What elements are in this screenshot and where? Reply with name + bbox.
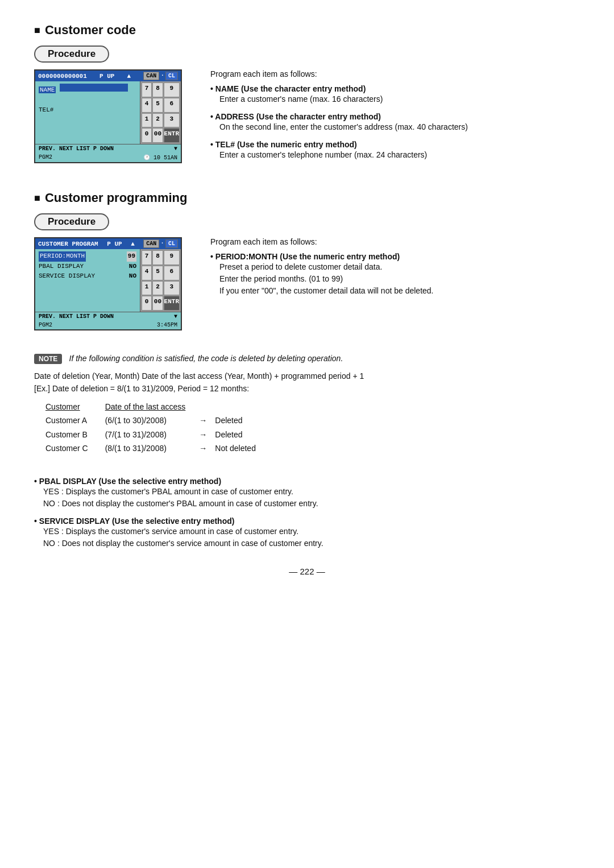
pbal-display-bullet: • PBAL DISPLAY (Use the selective entry … (34, 477, 580, 510)
table-row: Customer B (7/(1 to 31)/2008) → Deleted (45, 428, 262, 441)
num-8[interactable]: 8 (152, 82, 163, 97)
lcd-header-btns-2: CAN · CL (143, 239, 178, 248)
lcd-row-blank (39, 96, 136, 106)
num-7[interactable]: 7 (142, 82, 152, 97)
num-6[interactable]: 6 (164, 98, 180, 113)
lcd-period-val: 99 (127, 251, 136, 262)
table-header-row: Customer Date of the last access (45, 400, 262, 414)
col-header-arrow (191, 400, 215, 414)
lcd-numpad-1: 7 8 9 4 5 6 1 2 3 0 00 ENTR (140, 81, 181, 144)
bullet-name-desc: Enter a customer's name (max. 16 charact… (219, 93, 580, 105)
result-b: Deleted (215, 428, 262, 441)
customer-programming-section: Customer programming Procedure CUSTOMER … (34, 191, 580, 330)
lcd-screen-2: CUSTOMER PROGRAM P UP ▲ CAN · CL PERIOD:… (34, 237, 182, 330)
customer-programming-content: CUSTOMER PROGRAM P UP ▲ CAN · CL PERIOD:… (34, 237, 580, 330)
can-btn-1[interactable]: CAN (143, 72, 159, 80)
num2-8[interactable]: 8 (152, 250, 163, 265)
customer-a: Customer A (45, 414, 94, 427)
lcd-row-period: PERIOD:MONTH 99 (39, 251, 136, 262)
table-row: Customer C (8/(1 to 31)/2008) → Not dele… (45, 441, 262, 455)
lcd-service-label: SERVICE DISPLAY (39, 271, 95, 282)
lcd-name-value (60, 84, 128, 92)
cl-btn-2[interactable]: CL (165, 239, 178, 248)
num-3[interactable]: 3 (164, 113, 180, 128)
col-header-date: Date of the last access (94, 400, 192, 414)
note-header: NOTE If the following condition is satis… (34, 353, 580, 364)
customer-code-instructions: Program each item as follows: • NAME (Us… (210, 69, 580, 168)
pbal-display-section: • PBAL DISPLAY (Use the selective entry … (34, 477, 580, 549)
cl-btn-1[interactable]: CL (165, 72, 178, 80)
lcd-header-btns-1: CAN · CL (143, 72, 178, 80)
program-intro-1: Program each item as follows: (210, 69, 580, 78)
lcd-row-pbal: PBAL DISPLAY NO (39, 262, 136, 272)
num2-4[interactable]: 4 (142, 266, 152, 280)
num2-7[interactable]: 7 (142, 250, 152, 265)
lcd-row-name: NAME (39, 84, 136, 96)
table-row: Customer A (6/(1 to 30)/2008) → Deleted (45, 414, 262, 427)
bullet-period-title: • PERIOD:MONTH (Use the numeric entry me… (210, 252, 580, 261)
lcd-footer-nav-2: PREV. NEXT LIST P DOWN (39, 313, 114, 320)
service-no: NO : Does not display the customer's ser… (43, 538, 580, 549)
can-btn-2[interactable]: CAN (143, 239, 159, 248)
note-line-1: Date of deletion (Year, Month) Date of t… (34, 370, 580, 382)
access-table: Customer Date of the last access Custome… (45, 400, 580, 456)
lcd-footer-2: PREV. NEXT LIST P DOWN ▼ (35, 312, 181, 321)
num2-5[interactable]: 5 (152, 266, 163, 280)
bullet-tel-title: • TEL# (Use the numeric entry method) (210, 140, 580, 149)
bullet-address-desc: On the second line, enter the customer's… (219, 121, 580, 133)
num2-entr[interactable]: ENTR (164, 296, 180, 311)
note-badge: NOTE (34, 354, 62, 364)
lcd-header-arrow-1: ▲ (127, 73, 131, 80)
lcd-body-2: PERIOD:MONTH 99 PBAL DISPLAY NO SERVICE … (35, 249, 181, 312)
bullet-address-title: • ADDRESS (Use the character entry metho… (210, 112, 580, 121)
lcd-header-1: 0000000000001 P UP ▲ CAN · CL (35, 71, 181, 81)
lcd-time-2: 3:45PM (157, 322, 177, 328)
customer-code-title: Customer code (34, 23, 580, 38)
num-5[interactable]: 5 (152, 98, 163, 113)
num-4[interactable]: 4 (142, 98, 152, 113)
bullet-period: • PERIOD:MONTH (Use the numeric entry me… (210, 252, 580, 297)
num-00[interactable]: 00 (152, 128, 163, 143)
num2-0[interactable]: 0 (142, 296, 152, 311)
lcd-row-service: SERVICE DISPLAY NO (39, 271, 136, 282)
bullet-address: • ADDRESS (Use the character entry metho… (210, 112, 580, 133)
bullet-name-title: • NAME (Use the character entry method) (210, 84, 580, 93)
pbal-display-desc: YES : Displays the customer's PBAL amoun… (43, 486, 580, 510)
num2-6[interactable]: 6 (164, 266, 180, 280)
num2-1[interactable]: 1 (142, 281, 152, 296)
program-intro-2: Program each item as follows: (210, 237, 580, 246)
customer-programming-title: Customer programming (34, 191, 580, 205)
lcd-pgm2-1: PGM2 (39, 154, 52, 161)
num-entr[interactable]: ENTR (164, 128, 180, 143)
lcd-pbal-val: NO (129, 262, 136, 272)
service-yes: YES : Displays the customer's service am… (43, 526, 580, 538)
lcd-footer-2nd-2: PGM2 3:45PM (35, 321, 181, 329)
num-9[interactable]: 9 (164, 82, 180, 97)
lcd-header-mid-1: P UP (99, 73, 114, 80)
num2-00[interactable]: 00 (152, 296, 163, 311)
dot-sep-2: · (160, 239, 164, 248)
num2-2[interactable]: 2 (152, 281, 163, 296)
procedure-badge-1: Procedure (34, 46, 109, 63)
num-0[interactable]: 0 (142, 128, 152, 143)
num-1[interactable]: 1 (142, 113, 152, 128)
note-italic-text: If the following condition is satisfied,… (69, 354, 343, 363)
customer-table: Customer Date of the last access Custome… (45, 400, 262, 456)
lcd-main-2: PERIOD:MONTH 99 PBAL DISPLAY NO SERVICE … (35, 249, 140, 312)
lcd-header-left-2: CUSTOMER PROGRAM (38, 241, 98, 247)
lcd-footer-2nd: PGM2 🕐 10 51AN (35, 153, 181, 162)
lcd-footer-arrow-dn-1: ▼ (174, 146, 177, 152)
date-c: (8/(1 to 31)/2008) (94, 441, 192, 455)
bullet-name: • NAME (Use the character entry method) … (210, 84, 580, 105)
bullet-tel: • TEL# (Use the numeric entry method) En… (210, 140, 580, 161)
lcd-pbal-label: PBAL DISPLAY (39, 262, 84, 272)
customer-code-content: 0000000000001 P UP ▲ CAN · CL NAME (34, 69, 580, 168)
num2-3[interactable]: 3 (164, 281, 180, 296)
num2-9[interactable]: 9 (164, 250, 180, 265)
date-a: (6/(1 to 30)/2008) (94, 414, 192, 427)
result-a: Deleted (215, 414, 262, 427)
lcd-panel-2: CUSTOMER PROGRAM P UP ▲ CAN · CL PERIOD:… (34, 237, 193, 330)
lcd-footer-1: PREV. NEXT LIST P DOWN ▼ (35, 144, 181, 153)
lcd-screen-1: 0000000000001 P UP ▲ CAN · CL NAME (34, 69, 182, 163)
num-2[interactable]: 2 (152, 113, 163, 128)
